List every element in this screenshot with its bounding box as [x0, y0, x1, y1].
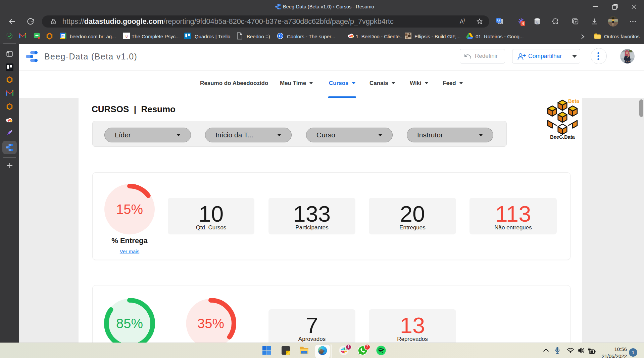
- svg-text:4: 4: [522, 21, 524, 26]
- svg-text:35%: 35%: [197, 316, 224, 331]
- svg-text:21: 21: [61, 34, 65, 38]
- svg-text:G: G: [497, 18, 500, 22]
- svg-text:15%: 15%: [116, 202, 143, 217]
- svg-text:C: C: [279, 34, 282, 38]
- svg-text:8: 8: [126, 34, 128, 39]
- svg-text:85%: 85%: [116, 316, 143, 331]
- svg-text:6: 6: [536, 20, 538, 24]
